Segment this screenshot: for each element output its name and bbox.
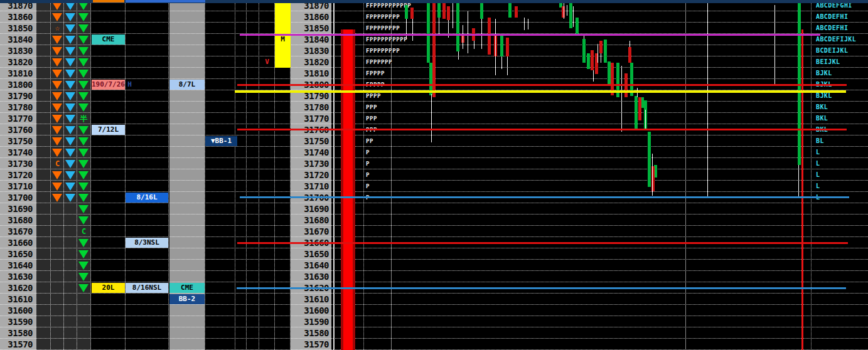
- column-separator: [125, 3, 126, 350]
- tpo-letters: FPPPP: [366, 68, 385, 79]
- column-separator: [77, 3, 77, 350]
- bullish-candle: [427, 0, 430, 63]
- tpo-letters: P: [366, 169, 370, 181]
- row-separator: [0, 259, 868, 260]
- row-separator: [0, 124, 868, 124]
- candle-wick: [507, 56, 508, 75]
- bullish-candle: [587, 53, 590, 69]
- candle-wick: [567, 5, 567, 16]
- column-separator: [235, 3, 235, 350]
- blue-level-31700: [240, 196, 849, 198]
- row-separator: [0, 180, 868, 181]
- row-separator: [0, 248, 868, 248]
- candle-wick: [431, 94, 432, 142]
- bearish-candle: [638, 97, 641, 120]
- candle-wick: [601, 53, 601, 63]
- red-highlight-bar: [341, 29, 355, 350]
- top-strip-orange-segment: [93, 0, 124, 3]
- row-separator: [0, 304, 868, 305]
- bullish-candle: [456, 3, 459, 51]
- candle-wick: [458, 51, 459, 60]
- level-label[interactable]: 8/7L: [169, 80, 205, 90]
- level-label[interactable]: BB-2: [169, 294, 205, 304]
- level-label[interactable]: 7/12L: [92, 125, 125, 135]
- tpo-letters: PPP: [366, 113, 377, 124]
- row-separator: [0, 316, 868, 316]
- level-label[interactable]: 8/16L: [126, 193, 168, 203]
- tpo-letters: PP: [366, 135, 373, 147]
- bullish-candle: [569, 2, 572, 28]
- bearish-candle: [410, 8, 414, 19]
- tpo-letters: FPPPPPPPP: [366, 11, 400, 23]
- bullish-candle: [500, 34, 503, 56]
- dotted-vertical-line: [363, 3, 364, 350]
- bearish-candle: [591, 50, 594, 70]
- candle-wick: [645, 110, 646, 130]
- level-label[interactable]: 8/16NSL: [126, 283, 168, 293]
- tpo-letters: P: [366, 147, 370, 158]
- candle-wick: [412, 19, 413, 41]
- bullish-candle: [405, 5, 408, 19]
- bearish-candle: [628, 47, 631, 63]
- candle-wick: [593, 70, 594, 82]
- row-separator: [0, 146, 868, 147]
- candle-wick: [453, 3, 453, 28]
- row-separator: [0, 169, 868, 169]
- overlay-layer: CME190/7/26H8/7L7/12L▼BB-18/16L8/3NSL20L…: [0, 0, 868, 350]
- candle-wick: [463, 25, 463, 49]
- level-label[interactable]: ▼BB-1: [205, 136, 237, 146]
- level-label[interactable]: 20L: [92, 283, 125, 293]
- column-separator: [50, 3, 51, 350]
- column-separator: [90, 3, 91, 350]
- bearish-candle: [506, 38, 509, 56]
- column-separator: [259, 3, 259, 350]
- row-separator: [0, 225, 868, 226]
- period-letters: ABCDEFHI: [816, 11, 848, 23]
- level-label[interactable]: CME: [169, 283, 205, 293]
- column-separator: [205, 3, 205, 350]
- bearish-candle: [447, 6, 450, 20]
- period-letters: ABCDEFHI: [816, 23, 848, 34]
- vertical-line: [685, 3, 686, 350]
- vertical-line: [333, 0, 335, 350]
- period-letters: BL: [816, 135, 824, 147]
- top-strip-blue-segment: [126, 0, 205, 3]
- tpo-letters: P: [366, 158, 370, 169]
- bearish-candle: [599, 41, 603, 53]
- period-letters: L: [816, 181, 820, 192]
- candle-wick: [474, 41, 474, 49]
- candle-wick: [621, 66, 622, 132]
- period-letters: BKL: [816, 113, 828, 124]
- candle-wick: [495, 19, 496, 75]
- bearish-candle: [515, 6, 518, 18]
- bearish-candle: [432, 0, 436, 97]
- level-label[interactable]: CME: [92, 34, 125, 45]
- column-separator: [246, 3, 247, 350]
- magenta-level-31845: [240, 34, 820, 36]
- level-label[interactable]: H: [126, 80, 134, 90]
- candle-wick: [528, 19, 528, 29]
- marker-m: M: [275, 34, 291, 45]
- column-separator: [168, 3, 169, 350]
- yellow-level-31795: [235, 90, 846, 93]
- red-level-31800: [237, 84, 847, 86]
- level-label[interactable]: 190/7/26: [92, 80, 125, 90]
- period-letters: ABCDEFIJKL: [816, 34, 856, 45]
- row-separator: [0, 214, 868, 215]
- bullish-candle: [576, 18, 579, 34]
- tpo-letters: PPP: [366, 102, 377, 113]
- level-label[interactable]: 8/3NSL: [126, 238, 168, 248]
- bullish-candle: [582, 39, 586, 63]
- red-level-31760: [237, 129, 847, 130]
- period-letters: BCDEIJKL: [816, 45, 848, 56]
- candle-wick: [501, 56, 502, 69]
- dotted-vertical-line: [811, 3, 812, 350]
- tpo-letters: FPPPPPPPP: [366, 23, 400, 34]
- candle-wick: [524, 18, 525, 30]
- candle-wick: [774, 5, 775, 86]
- bullish-candle: [437, 2, 441, 18]
- candle-wick: [439, 18, 439, 34]
- candle-wick: [798, 165, 799, 198]
- candle-wick: [652, 154, 653, 196]
- row-separator: [0, 203, 868, 203]
